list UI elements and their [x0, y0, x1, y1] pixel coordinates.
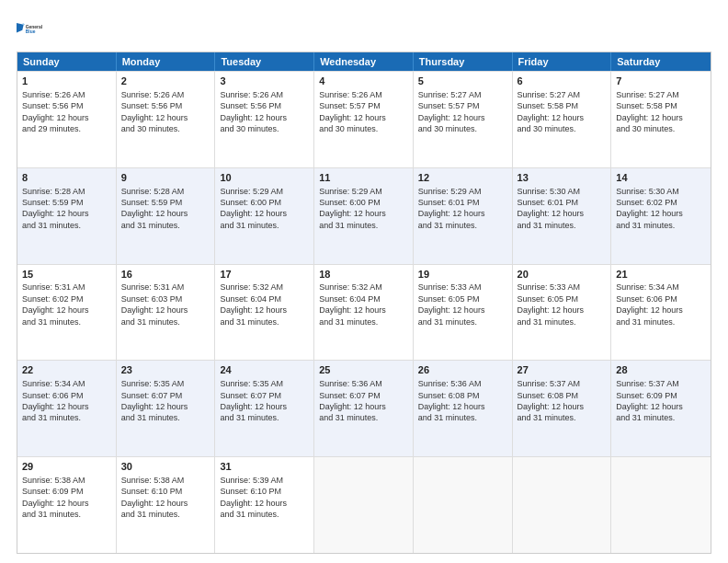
day-info: Sunrise: 5:27 AMSunset: 5:57 PMDaylight:… [418, 89, 507, 135]
day-info: Sunrise: 5:34 AMSunset: 6:06 PMDaylight:… [22, 378, 111, 424]
day-number: 9 [121, 171, 210, 185]
day-info: Sunrise: 5:35 AMSunset: 6:07 PMDaylight:… [220, 378, 309, 424]
day-number: 14 [616, 171, 706, 185]
day-number: 4 [319, 75, 408, 88]
cell-day-19: 19Sunrise: 5:33 AMSunset: 6:05 PMDayligh… [414, 265, 513, 361]
day-number: 31 [220, 460, 309, 474]
day-info: Sunrise: 5:35 AMSunset: 6:07 PMDaylight:… [121, 378, 210, 424]
day-info: Sunrise: 5:29 AMSunset: 6:00 PMDaylight:… [220, 186, 309, 232]
cell-day-25: 25Sunrise: 5:36 AMSunset: 6:07 PMDayligh… [314, 361, 414, 456]
day-number: 28 [616, 363, 706, 377]
col-tuesday: Tuesday [215, 52, 314, 71]
cell-day-6: 6Sunrise: 5:27 AMSunset: 5:58 PMDaylight… [513, 72, 612, 167]
cell-day-1: 1Sunrise: 5:26 AMSunset: 5:56 PMDaylight… [17, 72, 117, 167]
svg-marker-0 [17, 23, 24, 33]
day-info: Sunrise: 5:32 AMSunset: 6:04 PMDaylight:… [319, 282, 408, 327]
day-number: 13 [518, 171, 607, 185]
cell-day-18: 18Sunrise: 5:32 AMSunset: 6:04 PMDayligh… [314, 265, 414, 361]
cell-day-3: 3Sunrise: 5:26 AMSunset: 5:56 PMDaylight… [215, 72, 314, 167]
cell-day-5: 5Sunrise: 5:27 AMSunset: 5:57 PMDaylight… [414, 72, 513, 167]
week-3: 15Sunrise: 5:31 AMSunset: 6:02 PMDayligh… [17, 264, 711, 361]
day-number: 26 [418, 363, 507, 377]
week-2: 8Sunrise: 5:28 AMSunset: 5:59 PMDaylight… [17, 167, 711, 264]
day-info: Sunrise: 5:32 AMSunset: 6:04 PMDaylight:… [220, 282, 309, 327]
day-number: 3 [220, 75, 309, 88]
cell-day-31: 31Sunrise: 5:39 AMSunset: 6:10 PMDayligh… [215, 457, 314, 553]
cell-day-21: 21Sunrise: 5:34 AMSunset: 6:06 PMDayligh… [611, 265, 711, 361]
day-info: Sunrise: 5:36 AMSunset: 6:08 PMDaylight:… [418, 378, 507, 424]
day-info: Sunrise: 5:27 AMSunset: 5:58 PMDaylight:… [616, 89, 706, 135]
day-number: 22 [22, 363, 111, 377]
week-4: 22Sunrise: 5:34 AMSunset: 6:06 PMDayligh… [17, 360, 711, 456]
day-info: Sunrise: 5:27 AMSunset: 5:58 PMDaylight:… [518, 89, 607, 135]
cell-day-13: 13Sunrise: 5:30 AMSunset: 6:01 PMDayligh… [513, 168, 612, 264]
cell-day-16: 16Sunrise: 5:31 AMSunset: 6:03 PMDayligh… [117, 265, 216, 361]
header: GeneralBlue [17, 17, 711, 42]
day-info: Sunrise: 5:28 AMSunset: 5:59 PMDaylight:… [22, 186, 111, 232]
day-number: 24 [220, 363, 309, 377]
logo-icon: GeneralBlue [17, 17, 42, 42]
day-number: 1 [22, 75, 111, 88]
day-info: Sunrise: 5:33 AMSunset: 6:05 PMDaylight:… [518, 282, 607, 327]
week-5: 29Sunrise: 5:38 AMSunset: 6:09 PMDayligh… [17, 456, 711, 553]
day-info: Sunrise: 5:34 AMSunset: 6:06 PMDaylight:… [616, 282, 706, 327]
cell-day-11: 11Sunrise: 5:29 AMSunset: 6:00 PMDayligh… [314, 168, 414, 264]
day-info: Sunrise: 5:37 AMSunset: 6:08 PMDaylight:… [518, 378, 607, 424]
day-number: 27 [518, 363, 607, 377]
cell-day-22: 22Sunrise: 5:34 AMSunset: 6:06 PMDayligh… [17, 361, 117, 456]
cell-day-23: 23Sunrise: 5:35 AMSunset: 6:07 PMDayligh… [117, 361, 216, 456]
day-info: Sunrise: 5:26 AMSunset: 5:57 PMDaylight:… [319, 89, 408, 135]
svg-text:Blue: Blue [26, 29, 36, 34]
cell-empty-4-6 [611, 457, 711, 553]
day-info: Sunrise: 5:30 AMSunset: 6:02 PMDaylight:… [616, 186, 706, 232]
cell-day-14: 14Sunrise: 5:30 AMSunset: 6:02 PMDayligh… [611, 168, 711, 264]
day-info: Sunrise: 5:39 AMSunset: 6:10 PMDaylight:… [220, 475, 309, 521]
col-sunday: Sunday [17, 52, 117, 71]
day-number: 7 [616, 75, 706, 88]
cell-day-20: 20Sunrise: 5:33 AMSunset: 6:05 PMDayligh… [513, 265, 612, 361]
day-number: 6 [518, 75, 607, 88]
day-number: 11 [319, 171, 408, 185]
page: GeneralBlue Sunday Monday Tuesday Wednes… [0, 0, 728, 563]
day-info: Sunrise: 5:29 AMSunset: 6:00 PMDaylight:… [319, 186, 408, 232]
week-1: 1Sunrise: 5:26 AMSunset: 5:56 PMDaylight… [17, 71, 711, 167]
cell-day-17: 17Sunrise: 5:32 AMSunset: 6:04 PMDayligh… [215, 265, 314, 361]
day-info: Sunrise: 5:31 AMSunset: 6:02 PMDaylight:… [22, 282, 111, 327]
day-number: 20 [518, 268, 607, 282]
cell-day-7: 7Sunrise: 5:27 AMSunset: 5:58 PMDaylight… [611, 72, 711, 167]
day-info: Sunrise: 5:28 AMSunset: 5:59 PMDaylight:… [121, 186, 210, 232]
cell-day-12: 12Sunrise: 5:29 AMSunset: 6:01 PMDayligh… [414, 168, 513, 264]
col-wednesday: Wednesday [314, 52, 414, 71]
cell-day-4: 4Sunrise: 5:26 AMSunset: 5:57 PMDaylight… [314, 72, 414, 167]
day-info: Sunrise: 5:26 AMSunset: 5:56 PMDaylight:… [22, 89, 111, 135]
day-number: 29 [22, 460, 111, 474]
day-info: Sunrise: 5:26 AMSunset: 5:56 PMDaylight:… [220, 89, 309, 135]
cell-day-28: 28Sunrise: 5:37 AMSunset: 6:09 PMDayligh… [611, 361, 711, 456]
col-friday: Friday [513, 52, 612, 71]
day-info: Sunrise: 5:38 AMSunset: 6:09 PMDaylight:… [22, 475, 111, 521]
svg-text:General: General [26, 25, 42, 29]
day-info: Sunrise: 5:38 AMSunset: 6:10 PMDaylight:… [121, 475, 210, 521]
calendar: Sunday Monday Tuesday Wednesday Thursday… [17, 52, 711, 554]
cell-empty-4-3 [314, 457, 414, 553]
day-info: Sunrise: 5:29 AMSunset: 6:01 PMDaylight:… [418, 186, 507, 232]
cell-day-2: 2Sunrise: 5:26 AMSunset: 5:56 PMDaylight… [117, 72, 216, 167]
day-number: 23 [121, 363, 210, 377]
day-number: 25 [319, 363, 408, 377]
calendar-body: 1Sunrise: 5:26 AMSunset: 5:56 PMDaylight… [17, 71, 711, 553]
day-number: 19 [418, 268, 507, 282]
col-thursday: Thursday [414, 52, 513, 71]
col-monday: Monday [117, 52, 216, 71]
cell-day-27: 27Sunrise: 5:37 AMSunset: 6:08 PMDayligh… [513, 361, 612, 456]
cell-day-9: 9Sunrise: 5:28 AMSunset: 5:59 PMDaylight… [117, 168, 216, 264]
day-info: Sunrise: 5:26 AMSunset: 5:56 PMDaylight:… [121, 89, 210, 135]
day-info: Sunrise: 5:31 AMSunset: 6:03 PMDaylight:… [121, 282, 210, 327]
cell-day-24: 24Sunrise: 5:35 AMSunset: 6:07 PMDayligh… [215, 361, 314, 456]
logo: GeneralBlue [17, 17, 42, 42]
day-number: 15 [22, 268, 111, 282]
cell-day-30: 30Sunrise: 5:38 AMSunset: 6:10 PMDayligh… [117, 457, 216, 553]
day-info: Sunrise: 5:30 AMSunset: 6:01 PMDaylight:… [518, 186, 607, 232]
day-number: 17 [220, 268, 309, 282]
day-number: 21 [616, 268, 706, 282]
cell-day-15: 15Sunrise: 5:31 AMSunset: 6:02 PMDayligh… [17, 265, 117, 361]
